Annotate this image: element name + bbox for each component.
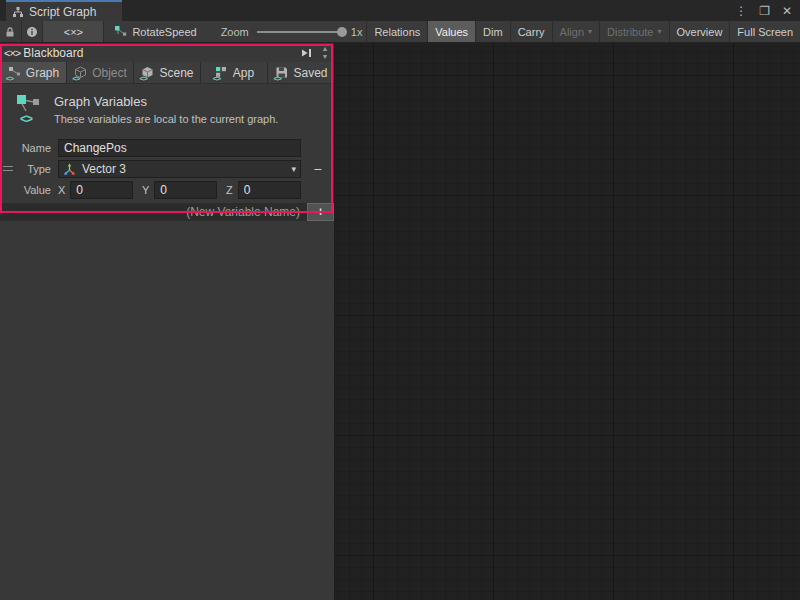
lock-button[interactable] bbox=[0, 21, 22, 42]
values-button[interactable]: Values bbox=[427, 21, 475, 42]
graph-variables-tab-icon: <> bbox=[7, 66, 22, 79]
value-label: Value bbox=[0, 184, 58, 196]
tab-title: Script Graph bbox=[29, 5, 96, 19]
tab-script-graph[interactable]: Script Graph bbox=[6, 0, 122, 21]
chevron-down-icon: ▾ bbox=[658, 27, 662, 36]
y-axis-label: Y bbox=[142, 184, 154, 196]
chevron-down-icon: ▾ bbox=[588, 27, 592, 36]
dock-icon[interactable] bbox=[301, 48, 312, 58]
overview-button[interactable]: Overview bbox=[669, 21, 730, 42]
z-value-input[interactable] bbox=[238, 181, 301, 199]
blackboard-header: <×> Blackboard ▲ ▼ bbox=[0, 43, 334, 62]
blackboard-tabs: <> Graph <> Object bbox=[0, 62, 334, 84]
graph-variables-icon: <> bbox=[16, 94, 44, 124]
zoom-value: 1x bbox=[351, 21, 363, 42]
variables-toggle-button[interactable]: <×> bbox=[43, 21, 104, 42]
variable-list: Name Type bbox=[0, 135, 334, 221]
zoom-slider-track[interactable] bbox=[257, 31, 345, 33]
carry-button[interactable]: Carry bbox=[510, 21, 552, 42]
variables-icon: <×> bbox=[4, 47, 20, 59]
graph-variables-section-header: <> Graph Variables These variables are l… bbox=[0, 84, 334, 135]
type-dropdown[interactable]: Vector 3 ▾ bbox=[58, 160, 301, 178]
blackboard-title: Blackboard bbox=[23, 46, 301, 60]
variable-value-row: Value X Y Z bbox=[0, 180, 334, 200]
graph-name-label: RotateSpeed bbox=[132, 26, 196, 38]
saved-variables-tab-icon: <> bbox=[274, 66, 289, 79]
maximize-icon[interactable]: ❐ bbox=[759, 5, 770, 17]
tab-graph[interactable]: <> Graph bbox=[0, 62, 67, 83]
z-axis-label: Z bbox=[226, 184, 238, 196]
info-icon bbox=[26, 26, 38, 38]
new-variable-row: + bbox=[0, 203, 334, 221]
full-screen-button[interactable]: Full Screen bbox=[729, 21, 800, 42]
title-bar: Script Graph ⋮ ❐ ✕ bbox=[0, 0, 800, 21]
object-variables-tab-icon: <> bbox=[73, 66, 88, 79]
y-value-input[interactable] bbox=[154, 181, 217, 199]
graph-breadcrumb-button[interactable]: RotateSpeed bbox=[104, 21, 206, 42]
info-button[interactable] bbox=[22, 21, 44, 42]
vector3-icon bbox=[63, 163, 76, 176]
lock-icon bbox=[4, 26, 16, 38]
dim-button[interactable]: Dim bbox=[475, 21, 510, 42]
relations-button[interactable]: Relations bbox=[366, 21, 427, 42]
chevron-down-icon: ▾ bbox=[291, 164, 296, 174]
menu-icon[interactable]: ⋮ bbox=[735, 5, 747, 17]
tab-saved[interactable]: <> Saved bbox=[268, 62, 334, 83]
panel-scroll-arrows[interactable]: ▲ ▼ bbox=[318, 45, 332, 61]
name-label: Name bbox=[0, 142, 58, 154]
tab-object[interactable]: <> Object bbox=[67, 62, 134, 83]
scene-variables-tab-icon: <> bbox=[140, 66, 155, 79]
scroll-up-icon[interactable]: ▲ bbox=[322, 45, 329, 53]
type-value: Vector 3 bbox=[82, 162, 291, 176]
section-description: These variables are local to the current… bbox=[54, 113, 278, 125]
app-variables-tab-icon: <> bbox=[214, 66, 229, 79]
section-title: Graph Variables bbox=[54, 94, 278, 109]
graph-node-icon bbox=[114, 25, 127, 38]
variable-type-row: Type Vecto bbox=[0, 159, 334, 179]
tab-app[interactable]: <> App bbox=[201, 62, 268, 83]
close-icon[interactable]: ✕ bbox=[782, 5, 792, 17]
new-variable-input[interactable] bbox=[0, 203, 305, 221]
x-value-input[interactable] bbox=[70, 181, 133, 199]
graph-toolbar: <×> RotateSpeed Zoom 1x Relations Values… bbox=[0, 21, 800, 43]
tab-scene[interactable]: <> Scene bbox=[134, 62, 201, 83]
drag-handle[interactable] bbox=[3, 166, 13, 171]
zoom-slider-handle[interactable] bbox=[337, 27, 347, 37]
variable-name-row: Name bbox=[0, 138, 334, 158]
variable-name-input[interactable] bbox=[58, 139, 301, 157]
graph-editor-area: <×> Blackboard ▲ ▼ bbox=[0, 43, 800, 600]
zoom-slider[interactable] bbox=[257, 21, 345, 42]
x-axis-label: X bbox=[58, 184, 70, 196]
align-button[interactable]: Align ▾ bbox=[552, 21, 599, 42]
add-variable-button[interactable]: + bbox=[307, 203, 334, 221]
blackboard-panel: <×> Blackboard ▲ ▼ bbox=[0, 43, 335, 600]
remove-variable-button[interactable]: − bbox=[313, 162, 321, 176]
scroll-down-icon[interactable]: ▼ bbox=[322, 53, 329, 61]
distribute-button[interactable]: Distribute ▾ bbox=[599, 21, 668, 42]
script-graph-icon bbox=[12, 6, 24, 18]
zoom-label: Zoom bbox=[221, 21, 249, 42]
